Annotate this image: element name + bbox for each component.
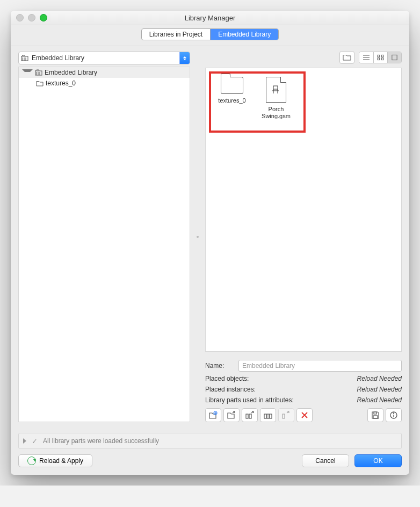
- duplicate-objects-button[interactable]: [260, 408, 276, 422]
- window-title: Library Manager: [11, 14, 409, 22]
- objects-duplicate-icon: [263, 411, 273, 419]
- disclosure-triangle-icon[interactable]: [22, 69, 33, 77]
- svg-rect-21: [270, 414, 272, 418]
- library-tree[interactable]: Embedded Library textures_0: [18, 67, 190, 422]
- item-label: PorchSwing.gsm: [262, 106, 291, 120]
- svg-rect-17: [246, 414, 248, 418]
- tree-row-root[interactable]: Embedded Library: [19, 67, 190, 78]
- detail-label: Placed instances:: [205, 386, 302, 393]
- svg-rect-18: [249, 414, 251, 418]
- svg-rect-9: [392, 55, 397, 60]
- svg-rect-25: [374, 412, 376, 414]
- save-button[interactable]: [367, 408, 383, 422]
- name-field[interactable]: [238, 360, 402, 372]
- detail-row: Placed objects: Reload Needed: [205, 375, 402, 382]
- import-objects-button[interactable]: [242, 408, 258, 422]
- tabs-row: Libraries in Project Embedded Library: [11, 25, 409, 46]
- small-grid-icon: [377, 54, 384, 61]
- svg-rect-10: [273, 86, 278, 89]
- tree-row-label: Embedded Library: [45, 69, 97, 76]
- export-objects-button[interactable]: [278, 408, 294, 422]
- info-button[interactable]: [386, 408, 402, 422]
- detail-row: Placed instances: Reload Needed: [205, 386, 402, 393]
- minimize-window-button[interactable]: [28, 14, 35, 21]
- tab-embedded-library[interactable]: Embedded Library: [210, 29, 278, 40]
- view-mode-segment: [359, 52, 402, 63]
- detail-label: Library parts used in attributes:: [205, 396, 323, 404]
- library-icon: [35, 69, 42, 76]
- reload-apply-button[interactable]: Reload & Apply: [18, 454, 92, 467]
- tool-group-right: [367, 408, 402, 422]
- up-down-icon: [179, 52, 190, 64]
- folder-icon: [221, 77, 243, 94]
- tool-row: [205, 408, 402, 422]
- view-small-icons-button[interactable]: [373, 52, 387, 63]
- folder-icon: [36, 79, 44, 87]
- traffic-lights: [16, 14, 47, 21]
- library-tabs: Libraries in Project Embedded Library: [141, 28, 279, 40]
- info-icon: [389, 411, 398, 419]
- detail-value: Reload Needed: [330, 396, 402, 404]
- close-window-button[interactable]: [16, 14, 24, 21]
- svg-rect-7: [378, 58, 380, 60]
- left-column: Embedded Library Embedded Library: [18, 52, 190, 422]
- ok-button[interactable]: OK: [354, 454, 402, 467]
- content-area[interactable]: textures_0: [205, 68, 402, 352]
- detail-value: Reload Needed: [308, 386, 402, 393]
- import-file-button[interactable]: [205, 408, 221, 422]
- reload-apply-label: Reload & Apply: [39, 457, 83, 465]
- library-popup-label: Embedded Library: [31, 54, 179, 62]
- gsm-file-icon: [266, 77, 286, 103]
- svg-rect-19: [264, 414, 266, 418]
- detail-label: Placed objects:: [205, 375, 302, 382]
- item-label: textures_0: [218, 97, 245, 104]
- right-toolbar: [205, 52, 402, 63]
- export-file-button[interactable]: [223, 408, 240, 422]
- titlebar: Library Manager: [11, 11, 409, 25]
- reload-icon: [27, 457, 36, 465]
- tree-row-label: textures_0: [46, 79, 76, 87]
- cancel-button[interactable]: Cancel: [302, 454, 349, 467]
- x-icon: [301, 411, 308, 419]
- detail-row-name: Name:: [205, 360, 402, 372]
- svg-rect-22: [283, 414, 285, 418]
- library-manager-window: Library Manager Libraries in Project Emb…: [11, 11, 409, 475]
- svg-rect-5: [378, 55, 380, 57]
- chair-icon: [271, 84, 281, 95]
- list-item[interactable]: PorchSwing.gsm: [257, 77, 295, 120]
- tool-group-left: [205, 408, 313, 422]
- splitter[interactable]: [197, 52, 199, 422]
- work-area: Embedded Library Embedded Library: [18, 52, 402, 422]
- floppy-icon: [371, 411, 380, 419]
- folder-plus-icon: [343, 54, 351, 61]
- details-panel: Name: Placed objects: Reload Needed Plac…: [205, 356, 402, 404]
- list-item[interactable]: textures_0: [213, 77, 251, 120]
- svg-rect-26: [373, 416, 378, 418]
- library-icon: [19, 55, 31, 61]
- view-list-button[interactable]: [359, 52, 373, 63]
- import-file-icon: [208, 411, 218, 419]
- zoom-window-button[interactable]: [40, 14, 47, 21]
- tree-row-child[interactable]: textures_0: [19, 78, 190, 89]
- svg-rect-8: [381, 58, 383, 60]
- objects-import-icon: [245, 411, 255, 419]
- item-grid: textures_0: [206, 68, 401, 128]
- detail-row: Library parts used in attributes: Reload…: [205, 396, 402, 404]
- list-icon: [363, 54, 370, 61]
- right-column: textures_0: [205, 52, 402, 422]
- svg-rect-6: [381, 55, 383, 57]
- disclosure-triangle-icon[interactable]: [23, 438, 26, 444]
- checkmark-icon: ✓: [32, 437, 38, 445]
- export-file-icon: [227, 411, 236, 419]
- new-folder-button[interactable]: [339, 51, 354, 64]
- svg-point-29: [394, 413, 394, 414]
- view-large-icons-button[interactable]: [387, 52, 401, 63]
- body: Embedded Library Embedded Library: [11, 46, 409, 430]
- status-message: All library parts were loaded successful…: [43, 437, 159, 445]
- library-popup[interactable]: Embedded Library: [18, 52, 190, 64]
- delete-button[interactable]: [296, 408, 313, 422]
- footer: Reload & Apply Cancel OK: [11, 449, 409, 475]
- status-bar[interactable]: ✓ All library parts were loaded successf…: [18, 433, 402, 449]
- objects-export-icon: [281, 411, 291, 419]
- tab-libraries-in-project[interactable]: Libraries in Project: [142, 29, 210, 40]
